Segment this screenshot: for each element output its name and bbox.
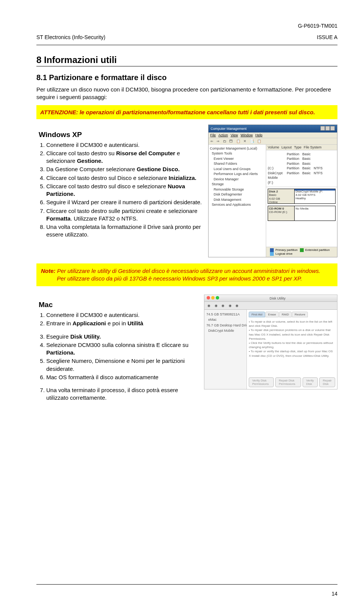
cm-cdrom-label: CD-ROM 0CD-ROM (E:) — [268, 206, 295, 221]
warning-text: le operazioni di partizionamento/formatt… — [80, 109, 315, 115]
list-item: Mac OS formatterà il disco automaticamen… — [46, 374, 199, 381]
mac-steps-list-2: Eseguire Disk Utility.Selezionare DCM300… — [36, 333, 199, 381]
du-sidebar: 74.5 GB ST9808211A eMac76.7 GB Desktop H… — [204, 310, 247, 389]
intro-paragraph: Per utilizzare un disco nuovo con il DCM… — [36, 86, 337, 101]
note-line-2: Per utilizzare disco da più di 137GB è n… — [57, 275, 302, 282]
heading-divider — [36, 66, 337, 66]
cm-volume-list: PartitionBasicPartitionBasicPartitionBas… — [266, 150, 337, 187]
list-item: Seguire il Wizard per creare il numero d… — [46, 199, 203, 206]
heading-1: 8 Informazioni utili — [36, 55, 337, 65]
cm-tree: Computer Management (Local) System Tools… — [209, 145, 267, 257]
cm-cdrom-body: No Media — [295, 206, 335, 221]
cm-window-title: Computer Management — [211, 127, 247, 131]
du-info-text: • To repair a disk or volume, select its… — [249, 320, 335, 375]
header-divider — [36, 45, 337, 45]
cm-window-buttons — [320, 126, 335, 131]
cm-legend: Primary partition Extended partition Log… — [266, 247, 337, 257]
list-item: Una volta terminato il processo, il disc… — [46, 386, 199, 402]
list-item: Selezionare DCM300 sulla colonna sinistr… — [46, 341, 199, 357]
note-line-1: Per utilizzare le utility di Gestione de… — [57, 268, 320, 274]
cm-column-headers: VolumeLayoutTypeFile System — [266, 145, 337, 150]
du-window-buttons — [207, 296, 220, 300]
list-item: Cliccare col tasto destro su Risorse del… — [46, 150, 203, 165]
list-item: Da Gestione Computer selezionare Gestion… — [46, 166, 203, 173]
heading-2: 8.1 Partizionare e formattare il disco — [36, 73, 337, 82]
du-buttons: Verify Disk PermissionsRepair Disk Permi… — [249, 377, 335, 387]
warning-label: ATTENZIONE: — [40, 109, 78, 115]
warning-box: ATTENZIONE: le operazioni di partizionam… — [36, 105, 337, 119]
du-tabs: First AidEraseRAIDRestore — [249, 312, 335, 317]
screenshot-computer-management: Computer Management FileActionViewWindow… — [208, 125, 337, 257]
list-item: Cliccare col tasto destro sul Disco e se… — [46, 174, 203, 182]
note-label: Note: — [41, 268, 55, 274]
page-number: 14 — [331, 591, 337, 597]
footer-divider — [36, 584, 337, 585]
list-item: Connettere il DCM300 e autenticarsi. — [46, 311, 199, 319]
list-item: Una volta completata la formattazione il… — [46, 223, 203, 239]
xp-steps-list: Connettere il DCM300 e autenticarsi.Clic… — [36, 141, 203, 239]
cm-toolbar: ⇐ ⇒ 🗀 🗔 📋 ✕ 📑 📋 — [209, 138, 337, 145]
mac-steps-list-3: Una volta terminato il processo, il disc… — [36, 386, 199, 402]
header-docid: G-P6019-TM001 — [298, 23, 337, 29]
cm-disk-graph: Disk 2Basic4.02 GBOnline DiskCrypt Mobil… — [266, 187, 337, 247]
list-item: Entrare in Applicazioni e poi in Utilità — [46, 320, 199, 327]
list-item: Eseguire Disk Utility. — [46, 333, 199, 340]
list-item: Connettere il DCM300 e autenticarsi. — [46, 141, 203, 149]
heading-windows-xp: Windows XP — [39, 131, 203, 139]
cm-menubar: FileActionViewWindowHelp — [209, 132, 337, 138]
note-box: Note: Per utilizzare le utility di Gesti… — [36, 263, 337, 287]
du-window-title: Disk Utility — [270, 296, 286, 300]
header-issue: ISSUE A — [317, 34, 337, 40]
list-item: Cliccare col tasto destro sulle partizio… — [46, 207, 203, 223]
heading-mac: Mac — [39, 301, 199, 309]
cm-disk2-label: Disk 2Basic4.02 GBOnline — [268, 189, 295, 203]
list-item: Cliccare col tasto destro sul disco e se… — [46, 183, 203, 198]
du-toolbar: ◉ ◉ ◉ ◉ ◉ — [204, 302, 337, 310]
mac-steps-list-1: Connettere il DCM300 e autenticarsi.Entr… — [36, 311, 199, 328]
screenshot-disk-utility: Disk Utility ◉ ◉ ◉ ◉ ◉ 74.5 GB ST9808211… — [204, 295, 337, 389]
cm-disk2-body: DiskCrypt Mobile (F:4.02 GB NTFSHealthy — [295, 190, 323, 200]
header-company: ST Electronics (Info-Security) — [36, 34, 105, 40]
list-item: Scegliere Numero, Dimensione e Nomi per … — [46, 357, 199, 373]
